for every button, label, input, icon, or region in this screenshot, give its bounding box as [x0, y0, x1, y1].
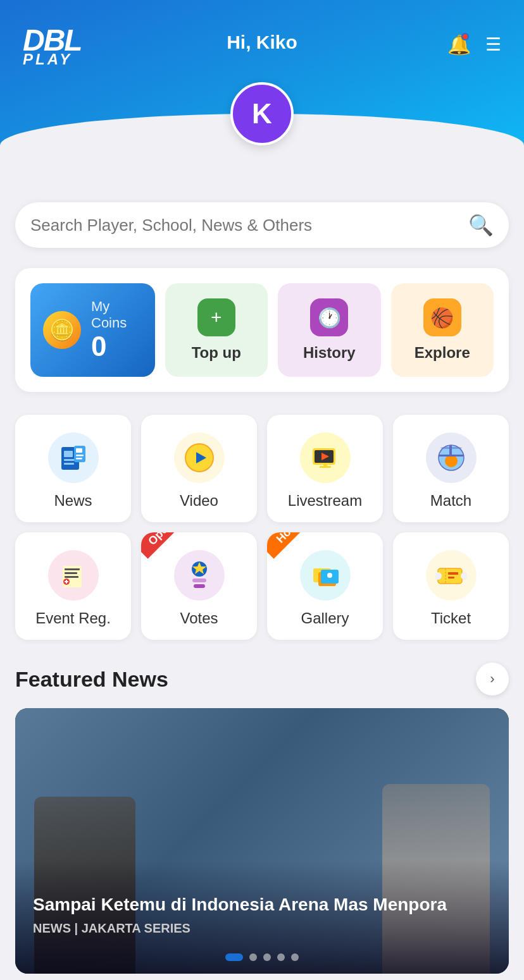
- match-icon: [426, 432, 477, 483]
- svg-rect-23: [65, 568, 80, 570]
- svg-rect-24: [65, 572, 77, 574]
- menu-gallery-label: Gallery: [301, 609, 349, 627]
- menu-item-votes[interactable]: Open Votes: [141, 532, 257, 640]
- svg-rect-15: [323, 464, 327, 467]
- menu-grid: News Video: [15, 415, 509, 640]
- history-card[interactable]: 🕐 History: [278, 283, 380, 377]
- history-label: History: [303, 344, 356, 362]
- svg-rect-1: [64, 451, 73, 457]
- menu-video-label: Video: [180, 492, 218, 510]
- coins-value: 0: [91, 331, 142, 362]
- app-logo: DBL PLAY: [23, 25, 82, 67]
- notification-button[interactable]: 🔔: [445, 30, 473, 58]
- menu-item-news[interactable]: News: [15, 415, 131, 522]
- logo-play: PLAY: [23, 52, 82, 67]
- video-icon: [174, 432, 225, 483]
- dot-1: [225, 953, 243, 961]
- search-icon: 🔍: [468, 213, 494, 237]
- coins-section: 🪙 My Coins 0 + Top up 🕐 History 🏀 Explor…: [15, 268, 509, 392]
- featured-title: Featured News: [15, 667, 168, 692]
- menu-news-label: News: [54, 492, 92, 510]
- explore-card[interactable]: 🏀 Explore: [391, 283, 494, 377]
- menu-item-eventreg[interactable]: Event Reg.: [15, 532, 131, 640]
- ticket-icon: [426, 550, 477, 601]
- svg-rect-3: [64, 463, 74, 465]
- avatar-container: K: [230, 82, 294, 145]
- history-icon: 🕐: [310, 298, 348, 336]
- avatar[interactable]: K: [230, 82, 294, 145]
- featured-news-tag: NEWS | JAKARTA SERIES: [33, 921, 491, 936]
- hamburger-menu-button[interactable]: ☰: [485, 34, 501, 55]
- menu-item-video[interactable]: Video: [141, 415, 257, 522]
- coin-icon: 🪙: [43, 311, 81, 349]
- news-icon: [48, 432, 99, 483]
- dot-3: [263, 953, 271, 961]
- svg-rect-43: [448, 577, 454, 579]
- eventreg-icon: [48, 550, 99, 601]
- explore-label: Explore: [415, 344, 470, 362]
- menu-item-livestream[interactable]: Livestream: [267, 415, 383, 522]
- coins-label: My Coins: [91, 298, 142, 331]
- menu-item-gallery[interactable]: Hot Gallery: [267, 532, 383, 640]
- gallery-icon: [300, 550, 351, 601]
- topup-label: Top up: [192, 344, 241, 362]
- search-input[interactable]: [30, 216, 468, 235]
- featured-header: Featured News ›: [15, 663, 509, 695]
- featured-news-title: Sampai Ketemu di Indonesia Arena Mas Men…: [33, 893, 491, 916]
- menu-item-match[interactable]: Match: [393, 415, 509, 522]
- greeting-text: Hi, Kiko: [227, 32, 297, 53]
- dot-4: [277, 953, 285, 961]
- gallery-badge: Hot: [267, 532, 309, 559]
- svg-rect-25: [65, 576, 78, 578]
- menu-ticket-label: Ticket: [431, 609, 471, 627]
- svg-rect-20: [449, 445, 452, 455]
- menu-item-ticket[interactable]: Ticket: [393, 532, 509, 640]
- dot-2: [249, 953, 257, 961]
- avatar-letter: K: [252, 98, 272, 130]
- explore-icon: 🏀: [423, 298, 461, 336]
- svg-rect-21: [440, 447, 462, 449]
- menu-eventreg-label: Event Reg.: [35, 609, 111, 627]
- votes-badge: Open: [141, 532, 184, 559]
- svg-rect-4: [74, 446, 85, 462]
- notification-badge: [461, 33, 469, 40]
- topup-icon: +: [197, 298, 235, 336]
- svg-point-36: [327, 573, 332, 578]
- votes-icon: [174, 550, 225, 601]
- featured-card[interactable]: Sampai Ketemu di Indonesia Arena Mas Men…: [15, 708, 509, 974]
- svg-rect-31: [192, 579, 206, 582]
- menu-match-label: Match: [430, 492, 471, 510]
- menu-livestream-label: Livestream: [288, 492, 362, 510]
- svg-rect-42: [448, 572, 458, 575]
- featured-more-button[interactable]: ›: [476, 663, 509, 695]
- livestream-icon: [300, 432, 351, 483]
- svg-rect-32: [194, 584, 205, 588]
- topup-card[interactable]: + Top up: [165, 283, 268, 377]
- header-icons: 🔔 ☰: [445, 30, 501, 58]
- menu-votes-label: Votes: [180, 609, 218, 627]
- dots-indicator: [225, 953, 299, 961]
- main-content: 🔍 🪙 My Coins 0 + Top up 🕐 History 🏀 Expl…: [0, 202, 524, 974]
- header: DBL PLAY Hi, Kiko 🔔 ☰ K: [0, 0, 524, 152]
- featured-text: Sampai Ketemu di Indonesia Arena Mas Men…: [33, 893, 491, 936]
- dot-5: [291, 953, 299, 961]
- featured-news-section: Featured News › Sampai Ketemu di Indones…: [15, 663, 509, 974]
- svg-rect-5: [76, 448, 82, 453]
- svg-rect-7: [76, 458, 82, 460]
- svg-rect-6: [76, 455, 84, 456]
- search-bar[interactable]: 🔍: [15, 202, 509, 248]
- my-coins-card[interactable]: 🪙 My Coins 0: [30, 283, 155, 377]
